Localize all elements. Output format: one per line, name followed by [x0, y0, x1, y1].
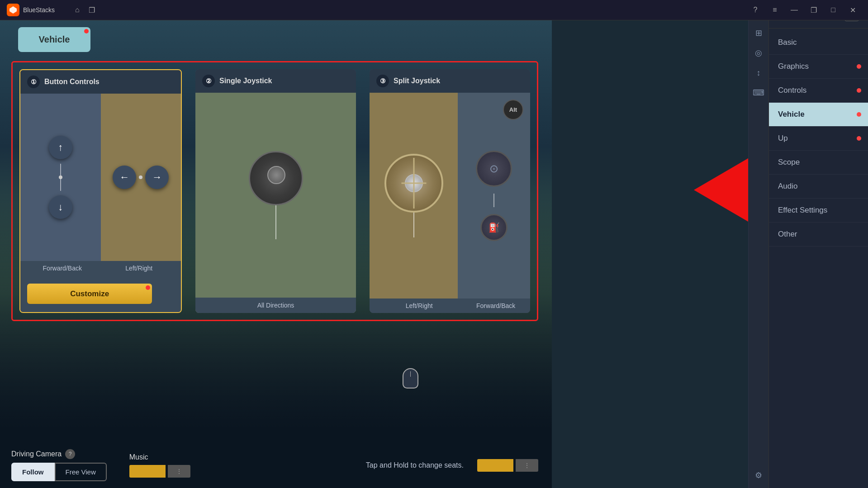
bluestacks-logo-icon: [7, 4, 19, 16]
side-icon-3[interactable]: ↕: [750, 65, 767, 81]
right-arrow-btn[interactable]: →: [145, 166, 169, 189]
customize-label: Customize: [70, 289, 109, 298]
settings-sidebar: Settings ✕ Basic Graphics Controls Vehic…: [768, 0, 868, 488]
music-section: Music ⋮: [129, 453, 190, 478]
bottom-controls: Driving Camera ? Follow Free View Music …: [11, 449, 538, 481]
sidebar-item-up[interactable]: Up: [769, 127, 868, 151]
camera-btn-group: Follow Free View: [11, 463, 107, 481]
sidebar-item-vehicle[interactable]: Vehicle: [769, 103, 868, 127]
sidebar-item-effect-settings[interactable]: Effect Settings: [769, 199, 868, 223]
side-panel-icons: ⊞ ◎ ↕ ⌨ ⚙: [748, 20, 768, 488]
button-controls-header: ① Button Controls: [20, 70, 181, 94]
forward-back-label: Forward/Back: [24, 265, 101, 272]
sidebar-item-audio[interactable]: Audio: [769, 175, 868, 199]
speedometer-control[interactable]: ⊙: [476, 151, 512, 187]
graphics-label: Graphics: [778, 62, 809, 71]
music-slider-empty: ⋮: [168, 465, 190, 478]
maximize-button[interactable]: □: [827, 4, 840, 16]
graphics-dot: [857, 64, 861, 69]
minimize-button[interactable]: —: [788, 4, 801, 16]
split-joystick-card[interactable]: ③ Split Joystick: [370, 69, 530, 313]
left-right-label: Left/Right: [101, 265, 178, 272]
tap-hold-label: Tap and Hold to change seats.: [366, 461, 464, 469]
driving-camera-label: Driving Camera: [11, 450, 62, 458]
steering-stem: [413, 210, 414, 237]
side-icon-1[interactable]: ⊞: [750, 25, 767, 41]
menu-icon[interactable]: ≡: [768, 4, 781, 16]
other-label: Other: [778, 230, 797, 239]
side-icon-2[interactable]: ◎: [750, 45, 767, 61]
steering-area: [370, 93, 458, 298]
speed-line: [493, 194, 494, 207]
button-controls-card[interactable]: ① Button Controls ↑ ↓: [19, 69, 182, 313]
titlebar: BlueStacks ⌂ ❐ ? ≡ — ❐ □ ✕: [0, 0, 868, 20]
button-controls-title: Button Controls: [44, 78, 100, 86]
sidebar-item-scope[interactable]: Scope: [769, 151, 868, 175]
basic-label: Basic: [778, 38, 797, 47]
app-name-label: BlueStacks: [23, 6, 55, 14]
vehicle-tab-label: Vehicle: [39, 34, 70, 45]
up-arrow-btn[interactable]: ↑: [49, 136, 72, 159]
controls-dot: [857, 88, 861, 93]
split-forward-back-label: Forward/Back: [465, 302, 526, 309]
customize-button[interactable]: Customize: [27, 284, 152, 304]
tap-hold-section: Tap and Hold to change seats. ⋮: [366, 459, 538, 472]
window-controls: ? ≡ — ❐ □ ✕: [749, 4, 868, 16]
windows-icon[interactable]: ❐: [89, 6, 95, 14]
controls-label: Controls: [778, 86, 806, 95]
speed-gear-area: Alt ⊙ ⛽: [458, 93, 530, 298]
down-arrow-btn[interactable]: ↓: [49, 195, 72, 219]
main-content: Vehicle ① Button Controls ↑: [0, 20, 552, 488]
single-joystick-title: Single Joystick: [219, 77, 272, 85]
help-icon[interactable]: ?: [65, 449, 75, 459]
sidebar-item-graphics[interactable]: Graphics: [769, 55, 868, 79]
vehicle-dot: [857, 112, 861, 117]
up-dot: [857, 136, 861, 141]
app-logo: BlueStacks: [0, 4, 62, 16]
music-label: Music: [129, 453, 190, 461]
tap-slider-empty: ⋮: [516, 459, 538, 472]
left-arrow-btn[interactable]: ←: [113, 166, 136, 189]
music-slider-filled: [129, 465, 166, 478]
tap-slider-handle: ⋮: [524, 462, 530, 469]
music-slider-handle: ⋮: [176, 468, 182, 475]
help-titlebar-icon[interactable]: ?: [749, 4, 762, 16]
vehicle-label: Vehicle: [778, 110, 805, 119]
speedometer-icon: ⊙: [489, 162, 498, 175]
mouse-scroll-icon: [410, 371, 411, 377]
tap-slider-filled: [477, 459, 513, 472]
card-number-1: ①: [27, 76, 40, 88]
tap-hold-slider[interactable]: ⋮: [477, 459, 538, 472]
side-icon-4[interactable]: ⌨: [750, 85, 767, 101]
music-slider[interactable]: ⋮: [129, 465, 190, 478]
sidebar-items-list: Basic Graphics Controls Vehicle Up Scope…: [769, 28, 868, 488]
single-joystick-header: ② Single Joystick: [195, 69, 356, 93]
control-modes-container: ① Button Controls ↑ ↓: [11, 61, 538, 321]
sidebar-item-controls[interactable]: Controls: [769, 79, 868, 103]
customize-dot: [146, 285, 150, 290]
alt-badge: Alt: [503, 99, 523, 120]
home-icon[interactable]: ⌂: [75, 6, 80, 14]
close-button[interactable]: ✕: [846, 4, 859, 16]
side-icon-5[interactable]: ⚙: [750, 467, 767, 483]
gear-shift-control[interactable]: ⛽: [480, 214, 508, 241]
split-joystick-title: Split Joystick: [394, 77, 440, 85]
alt-label: Alt: [509, 106, 517, 113]
joystick-stem: [275, 203, 276, 239]
sidebar-item-other[interactable]: Other: [769, 223, 868, 246]
single-joystick-card[interactable]: ② Single Joystick All Directions: [195, 69, 356, 313]
all-directions-label: All Directions: [257, 302, 294, 309]
free-view-button[interactable]: Free View: [55, 463, 107, 481]
sidebar-item-basic[interactable]: Basic: [769, 31, 868, 55]
split-left-right-label: Left/Right: [373, 302, 465, 309]
follow-button[interactable]: Follow: [11, 463, 55, 481]
single-joystick-circle[interactable]: [249, 151, 303, 205]
card-number-2: ②: [202, 75, 215, 87]
restore-button[interactable]: ❐: [807, 4, 820, 16]
card-number-3: ③: [376, 75, 389, 87]
gear-icon: ⛽: [489, 222, 500, 233]
left-right-area: ← →: [101, 94, 181, 261]
vehicle-tab-dot: [84, 29, 89, 33]
steering-wheel-control[interactable]: [384, 154, 443, 213]
vehicle-tab[interactable]: Vehicle: [18, 27, 90, 52]
